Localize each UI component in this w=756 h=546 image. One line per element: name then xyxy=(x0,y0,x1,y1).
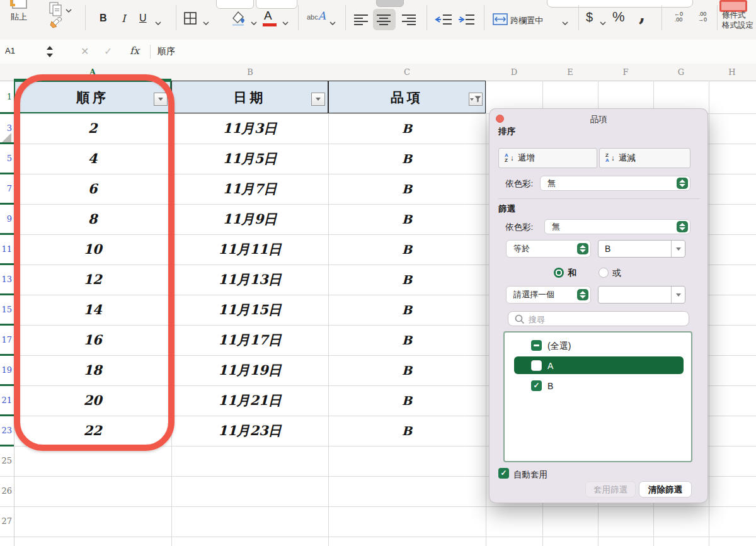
auto-apply-checkbox[interactable]: ✓ xyxy=(498,468,509,479)
row-number[interactable]: 19 xyxy=(0,355,12,385)
item-a-label[interactable]: A xyxy=(547,361,553,371)
select-all-checkbox[interactable] xyxy=(531,340,542,351)
item-filter-active-button[interactable] xyxy=(469,93,483,106)
ribbon-cutoff-button[interactable] xyxy=(376,0,404,7)
row-number[interactable]: 23 xyxy=(0,416,12,446)
sort-descending-button[interactable]: ZA ↓ 遞減 xyxy=(599,148,690,168)
item-b-label[interactable]: B xyxy=(547,381,553,391)
underline-chevron-icon[interactable] xyxy=(155,17,161,28)
or-radio[interactable] xyxy=(598,268,609,278)
row-number[interactable]: 5 xyxy=(0,144,12,174)
comma-style-button[interactable]: , xyxy=(639,4,645,26)
decrease-indent-button[interactable] xyxy=(435,14,452,27)
cell-date[interactable]: 11月9日 xyxy=(171,204,328,234)
fill-color-icon[interactable] xyxy=(231,10,247,29)
cell-date[interactable]: 11月11日 xyxy=(171,234,328,264)
column-header-B[interactable]: B xyxy=(247,67,253,77)
cell-item[interactable]: B xyxy=(328,385,486,416)
currency-chevron-icon[interactable] xyxy=(600,17,606,28)
font-color-icon[interactable]: A xyxy=(264,9,272,23)
row-number[interactable]: 11 xyxy=(0,234,12,264)
merge-center-button[interactable]: 跨欄置中 xyxy=(510,15,543,26)
confirm-entry-icon[interactable]: ✓ xyxy=(104,45,112,57)
cell-item[interactable]: B xyxy=(328,295,486,325)
italic-button[interactable]: I xyxy=(122,13,125,25)
row-number[interactable]: 21 xyxy=(0,385,12,416)
and-radio-label[interactable]: 和 xyxy=(568,268,576,279)
row-number[interactable]: 9 xyxy=(0,204,12,234)
cell-date[interactable]: 11月3日 xyxy=(171,113,328,144)
cell-date[interactable]: 11月21日 xyxy=(171,385,328,416)
increase-decimal-button[interactable]: ←0 .00 xyxy=(668,11,689,23)
cell-item[interactable]: B xyxy=(328,144,486,174)
row-number[interactable]: 7 xyxy=(0,174,12,204)
cancel-entry-icon[interactable]: ✕ xyxy=(81,45,89,57)
copy-chevron-icon[interactable] xyxy=(66,4,72,16)
paste-button[interactable]: 貼上 xyxy=(11,11,27,23)
column-header-G[interactable]: G xyxy=(678,67,684,77)
font-name-box[interactable] xyxy=(216,0,254,9)
font-size-box[interactable] xyxy=(256,0,297,9)
cell-item[interactable]: B xyxy=(328,113,486,144)
row-number[interactable]: 13 xyxy=(0,264,12,295)
increase-indent-button[interactable] xyxy=(457,14,475,27)
cell-item[interactable]: B xyxy=(328,174,486,204)
cell-date[interactable]: 11月7日 xyxy=(171,174,328,204)
borders-icon[interactable] xyxy=(184,12,197,27)
font-color-chevron-icon[interactable] xyxy=(282,17,289,28)
cell-date[interactable]: 11月19日 xyxy=(171,355,328,385)
align-left-button[interactable] xyxy=(354,14,369,28)
clear-filter-button[interactable]: 清除篩選 xyxy=(639,481,692,498)
column-header-H[interactable]: H xyxy=(728,67,735,77)
name-box[interactable]: A1 xyxy=(5,46,15,55)
underline-button[interactable]: U xyxy=(139,13,147,24)
row-number[interactable]: 25 xyxy=(0,446,12,476)
filter-by-color-select[interactable]: 無 xyxy=(544,219,690,234)
sort-by-color-select[interactable]: 無 xyxy=(540,176,690,191)
borders-chevron-icon[interactable] xyxy=(203,17,209,28)
cell-item[interactable]: B xyxy=(328,416,486,446)
item-b-checkbox[interactable]: ✓ xyxy=(531,380,542,391)
paste-icon[interactable] xyxy=(9,0,30,12)
cell-item[interactable]: B xyxy=(328,264,486,295)
row-number[interactable]: 27 xyxy=(0,506,12,537)
filter-value-combo[interactable]: B xyxy=(598,240,685,258)
conditional-formatting-button[interactable]: 條件式 格式設定 xyxy=(722,10,756,31)
cell-date[interactable]: 11月13日 xyxy=(171,264,328,295)
row-number[interactable]: 15 xyxy=(0,295,12,325)
text-effects-chevron-icon[interactable] xyxy=(329,17,336,28)
select-all-label[interactable]: (全選) xyxy=(547,341,571,352)
merge-center-icon[interactable] xyxy=(493,13,508,28)
formula-bar-value[interactable]: 順序 xyxy=(158,46,175,57)
cell-date[interactable]: 11月15日 xyxy=(171,295,328,325)
cell-date[interactable]: 11月17日 xyxy=(171,325,328,355)
sort-ascending-button[interactable]: AZ ↓ 遞增 xyxy=(498,148,597,168)
merge-center-chevron-icon[interactable] xyxy=(562,17,568,28)
column-header-E[interactable]: E xyxy=(567,67,573,77)
combo-dropdown-arrow[interactable] xyxy=(671,241,685,257)
bold-button[interactable]: B xyxy=(100,13,107,24)
decrease-decimal-button[interactable]: .00 →0 xyxy=(692,11,713,23)
percent-button[interactable]: % xyxy=(612,9,625,25)
auto-apply-label[interactable]: 自動套用 xyxy=(513,469,547,481)
fill-color-chevron-icon[interactable] xyxy=(251,17,257,28)
row-number[interactable]: 17 xyxy=(0,325,12,355)
cell-item[interactable]: B xyxy=(328,355,486,385)
filter-condition-select[interactable]: 等於 xyxy=(506,240,591,258)
search-input[interactable]: 搜尋 xyxy=(508,311,689,326)
format-painter-icon[interactable] xyxy=(48,16,66,33)
header-cell-date[interactable]: 日期 xyxy=(171,81,328,113)
column-header-F[interactable]: F xyxy=(622,67,628,77)
insert-function-icon[interactable]: fx xyxy=(130,45,139,57)
second-value-combo[interactable] xyxy=(598,286,685,304)
header-cell-item[interactable]: 品項 xyxy=(328,81,486,113)
column-header-D[interactable]: D xyxy=(511,67,517,77)
item-a-checkbox[interactable] xyxy=(531,360,542,371)
column-header-C[interactable]: C xyxy=(404,67,410,77)
cell-item[interactable]: B xyxy=(328,204,486,234)
number-format-box[interactable] xyxy=(547,0,693,8)
align-center-button[interactable] xyxy=(377,14,392,28)
cell-date[interactable]: 11月23日 xyxy=(171,416,328,446)
cell-date[interactable]: 11月5日 xyxy=(171,144,328,174)
text-effects-icon[interactable]: abcA xyxy=(307,9,326,22)
